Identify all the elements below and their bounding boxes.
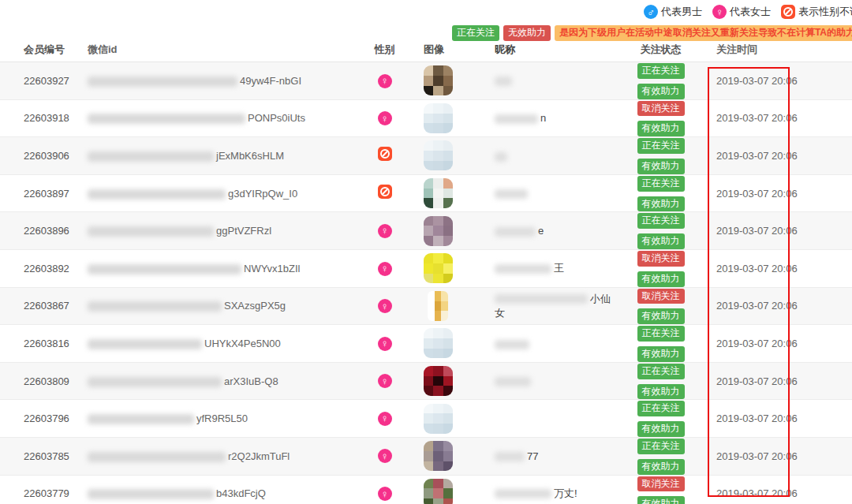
redacted-nickname <box>495 189 528 199</box>
follow-time: 2019-03-07 20:06 <box>706 99 852 137</box>
redacted-nickname <box>495 489 551 498</box>
female-legend-label: 代表女士 <box>730 5 771 19</box>
wechat-id-cell: PONPs0iUts <box>75 99 367 137</box>
male-icon: ♂ <box>644 5 658 19</box>
avatar-cell <box>402 400 473 438</box>
nickname-cell <box>473 400 615 438</box>
gender-icon: ♀ <box>378 449 392 463</box>
table-row: 22603779 b43kdFcjQ ♀ 万丈! 取消关注 有效助力 2019-… <box>0 475 852 504</box>
redacted-nickname <box>495 77 512 86</box>
redacted-wechat-id <box>88 339 202 349</box>
follow-status-badge: 正在关注 <box>637 63 685 79</box>
gender-icon <box>378 185 392 199</box>
wechat-id-suffix: yfR9R5L50 <box>196 413 248 424</box>
redacted-wechat-id <box>88 301 222 312</box>
gender-cell: ♀ <box>367 212 402 250</box>
gender-icon <box>378 147 392 161</box>
redacted-wechat-id <box>88 151 214 162</box>
follow-status-badge: 正在关注 <box>637 439 685 454</box>
status-cell: 正在关注 有效助力 <box>615 174 706 212</box>
wechat-id-suffix: g3dYIRpQw_I0 <box>228 188 297 200</box>
table-row: 22603892 NWYvx1bZIl ♀ 王 取消关注 有效助力 2019-0… <box>0 249 852 287</box>
redacted-nickname <box>495 114 538 124</box>
table-header: 会员编号 微信id 性别 图像 昵称 关注状态 关注时间 <box>0 38 852 62</box>
member-id: 22603816 <box>0 325 75 363</box>
table-row: 22603927 49yw4F-nbGI ♀ 正在关注 有效助力 2019-03… <box>0 62 852 100</box>
legend: ♂ 代表男士 ♀ 代表女士 表示性别不详 正在关注 无效助力 是因为下级用户在活… <box>452 5 852 41</box>
nickname-suffix: 77 <box>527 450 538 462</box>
nickname-cell <box>473 137 615 175</box>
redacted-nickname <box>495 227 536 237</box>
follow-time: 2019-03-07 20:06 <box>706 62 852 100</box>
status-stack: 正在关注 有效助力 <box>637 138 685 174</box>
avatar-cell <box>402 325 473 363</box>
member-id: 22603892 <box>0 249 75 287</box>
status-stack: 正在关注 有效助力 <box>637 364 685 400</box>
avatar-cell <box>402 287 473 325</box>
boost-status-badge: 有效助力 <box>637 496 685 504</box>
redacted-nickname <box>495 152 507 162</box>
nickname-suffix: n <box>540 112 546 124</box>
status-cell: 正在关注 有效助力 <box>615 325 706 363</box>
redacted-wechat-id <box>88 377 222 387</box>
status-cell: 正在关注 有效助力 <box>615 137 706 175</box>
avatar <box>424 479 453 504</box>
status-cell: 正在关注 有效助力 <box>615 437 706 475</box>
member-id: 22603897 <box>0 174 75 212</box>
wechat-id-cell: arX3IuB-Q8 <box>75 362 367 400</box>
wechat-id-cell: jExMbK6sHLM <box>75 137 367 175</box>
female-icon: ♀ <box>712 5 727 19</box>
avatar <box>424 103 453 133</box>
status-stack: 取消关注 有效助力 <box>637 251 685 287</box>
follow-status-badge: 正在关注 <box>637 138 685 154</box>
follow-status-badge: 取消关注 <box>637 289 685 304</box>
status-stack: 正在关注 有效助力 <box>637 176 685 212</box>
status-cell: 取消关注 有效助力 <box>615 249 706 287</box>
unknown-legend-label: 表示性别不详 <box>798 5 852 19</box>
wechat-id-suffix: b43kdFcjQ <box>216 487 266 499</box>
avatar-cell <box>402 174 473 212</box>
gender-cell <box>367 174 402 212</box>
nickname-cell: 77 <box>473 437 615 475</box>
status-cell: 正在关注 有效助力 <box>615 62 706 100</box>
gender-cell: ♀ <box>367 400 402 438</box>
avatar <box>424 140 453 170</box>
wechat-id-suffix: UHYkX4Pe5N00 <box>204 338 281 349</box>
member-table-body: 22603927 49yw4F-nbGI ♀ 正在关注 有效助力 2019-03… <box>0 62 852 504</box>
status-stack: 正在关注 有效助力 <box>637 213 685 249</box>
avatar-cell <box>402 137 473 175</box>
boost-status-badge: 有效助力 <box>637 196 685 212</box>
redacted-wechat-id <box>88 226 214 237</box>
avatar-cell <box>402 475 473 504</box>
wechat-id-suffix: ggPtVZFRzl <box>216 225 271 237</box>
status-stack: 正在关注 有效助力 <box>637 326 685 362</box>
gender-cell: ♀ <box>367 249 402 287</box>
wechat-id-suffix: r2Q2JkmTuFl <box>228 450 290 462</box>
avatar-cell <box>402 362 473 400</box>
member-id: 22603867 <box>0 287 75 325</box>
gender-cell: ♀ <box>367 62 402 100</box>
status-cell: 正在关注 有效助力 <box>615 212 706 250</box>
header-follow-time: 关注时间 <box>706 38 852 62</box>
nickname-cell: e <box>473 212 615 250</box>
member-id: 22603896 <box>0 212 75 250</box>
follow-status-badge: 正在关注 <box>637 176 685 192</box>
member-id: 22603927 <box>0 62 75 100</box>
wechat-id-cell: 49yw4F-nbGI <box>75 62 367 100</box>
gender-cell <box>367 137 402 175</box>
avatar <box>424 441 453 471</box>
gender-cell: ♀ <box>367 475 402 504</box>
gender-cell: ♀ <box>367 287 402 325</box>
wechat-id-suffix: SXAzsgPX5g <box>224 300 286 312</box>
follow-time: 2019-03-07 20:06 <box>706 249 852 287</box>
gender-icon: ♀ <box>378 412 392 426</box>
gender-icon: ♀ <box>378 299 392 313</box>
boost-status-badge: 有效助力 <box>637 271 685 287</box>
table-row: 22603796 yfR9R5L50 ♀ 正在关注 有效助力 2019-03-0… <box>0 400 852 438</box>
redacted-nickname <box>495 340 529 349</box>
redacted-wechat-id <box>88 114 245 124</box>
redacted-wechat-id <box>88 489 214 499</box>
gender-icon: ♀ <box>378 224 392 238</box>
avatar-cell <box>402 212 473 250</box>
follow-status-badge: 正在关注 <box>637 213 685 229</box>
